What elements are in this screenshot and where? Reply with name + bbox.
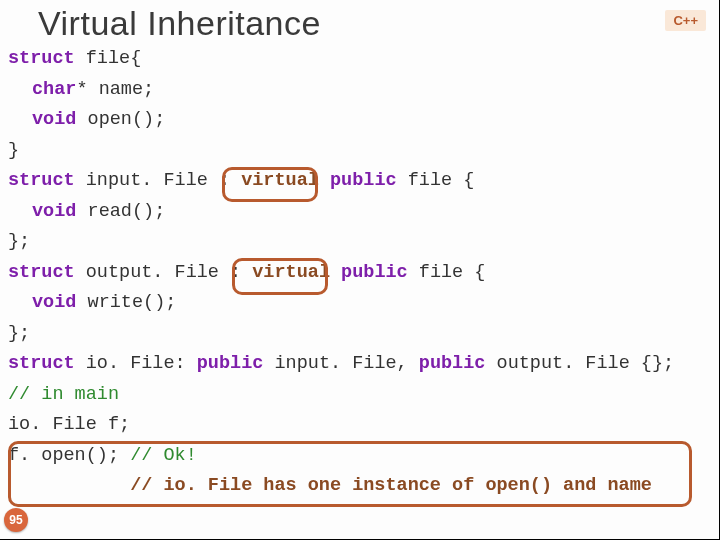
code-text: output. File {}; [485, 353, 674, 374]
code-text: file{ [75, 48, 142, 69]
code-line: void write(); [8, 288, 712, 319]
keyword-virtual: virtual [241, 170, 319, 191]
code-comment: // io. File has one instance of open() a… [130, 475, 652, 496]
code-comment: // Ok! [130, 445, 197, 466]
keyword-virtual: virtual [252, 262, 330, 283]
code-line: char* name; [8, 75, 712, 106]
code-line: } [8, 136, 712, 167]
keyword-struct: struct [8, 262, 75, 283]
code-text [8, 475, 130, 496]
keyword-public: public [419, 353, 486, 374]
code-line: // io. File has one instance of open() a… [8, 471, 712, 502]
code-comment: // in main [8, 380, 712, 411]
code-line: struct input. File : virtual public file… [8, 166, 712, 197]
language-badge: C++ [665, 10, 706, 31]
slide-title: Virtual Inheritance [0, 0, 720, 43]
keyword-public: public [197, 353, 264, 374]
code-text: f. open(); [8, 445, 130, 466]
code-line: io. File f; [8, 410, 712, 441]
code-line: void open(); [8, 105, 712, 136]
slide: Virtual Inheritance C++ struct file{ cha… [0, 0, 720, 540]
keyword-struct: struct [8, 353, 75, 374]
code-text: input. File : [75, 170, 242, 191]
keyword-void: void [32, 201, 76, 222]
keyword-void: void [32, 292, 76, 313]
code-text: read(); [76, 201, 165, 222]
keyword-public: public [319, 170, 397, 191]
code-text: output. File : [75, 262, 253, 283]
code-text: input. File, [263, 353, 418, 374]
code-line: struct io. File: public input. File, pub… [8, 349, 712, 380]
code-line: }; [8, 227, 712, 258]
keyword-void: void [32, 109, 76, 130]
code-line: f. open(); // Ok! [8, 441, 712, 472]
code-line: void read(); [8, 197, 712, 228]
code-text: io. File: [75, 353, 197, 374]
code-line: struct output. File : virtual public fil… [8, 258, 712, 289]
code-text: * name; [76, 79, 154, 100]
keyword-char: char [32, 79, 76, 100]
code-line: struct file{ [8, 44, 712, 75]
code-text: file { [408, 262, 486, 283]
keyword-struct: struct [8, 170, 75, 191]
code-text: file { [397, 170, 475, 191]
code-text: open(); [76, 109, 165, 130]
keyword-public: public [330, 262, 408, 283]
code-text: write(); [76, 292, 176, 313]
keyword-struct: struct [8, 48, 75, 69]
slide-number-badge: 95 [4, 508, 28, 532]
code-block: struct file{ char* name; void open(); } … [8, 44, 712, 502]
code-line: }; [8, 319, 712, 350]
